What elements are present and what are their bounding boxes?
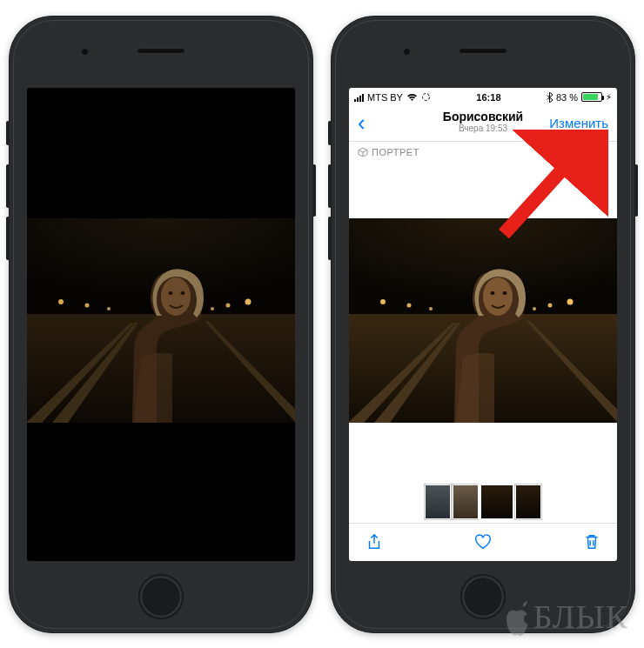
watermark: БЛЫК: [502, 598, 628, 636]
svg-point-24: [548, 303, 553, 307]
trash-icon[interactable]: [582, 532, 601, 551]
watermark-text: БЛЫК: [533, 598, 628, 636]
svg-point-6: [85, 303, 90, 307]
svg-point-12: [169, 291, 173, 295]
fullscreen-photo[interactable]: [27, 218, 295, 423]
portrait-badge: ПОРТРЕТ: [349, 142, 617, 163]
phone-right: MTS BY 16:18 83 % ⚡︎ ‹ Борисовский Вчера…: [331, 16, 635, 633]
battery-icon: [581, 92, 602, 102]
front-camera: [403, 48, 411, 56]
svg-point-27: [491, 291, 495, 295]
screen-right: MTS BY 16:18 83 % ⚡︎ ‹ Борисовский Вчера…: [349, 88, 617, 561]
share-icon[interactable]: [365, 532, 384, 551]
thumbnail[interactable]: [425, 484, 451, 519]
svg-point-8: [245, 298, 252, 304]
cube-icon: [358, 147, 368, 157]
svg-point-10: [211, 307, 214, 311]
svg-point-28: [503, 291, 507, 295]
nav-bar: ‹ Борисовский Вчера 19:53 Изменить: [349, 105, 617, 142]
apple-icon: [502, 601, 532, 636]
comparison-stage: MTS BY 16:18 83 % ⚡︎ ‹ Борисовский Вчера…: [0, 0, 644, 648]
photo-main[interactable]: [349, 218, 617, 423]
bluetooth-icon: [547, 92, 553, 103]
screen-left: [27, 88, 295, 561]
front-camera: [81, 48, 89, 56]
thumbnail-selected[interactable]: [480, 484, 513, 519]
svg-point-25: [533, 307, 536, 311]
status-bar: MTS BY 16:18 83 % ⚡︎: [349, 88, 617, 105]
thumbnail[interactable]: [515, 484, 541, 519]
svg-point-23: [567, 298, 574, 304]
svg-point-11: [161, 277, 191, 316]
clock-label: 16:18: [476, 92, 500, 103]
svg-point-7: [107, 307, 111, 311]
svg-point-20: [380, 299, 386, 304]
signal-icon: [354, 93, 364, 102]
edit-button[interactable]: Изменить: [549, 116, 608, 130]
earpiece: [137, 48, 185, 54]
loading-icon: [421, 92, 431, 102]
wifi-icon: [406, 93, 418, 102]
svg-point-5: [58, 299, 64, 304]
svg-point-14: [422, 94, 429, 101]
svg-point-13: [181, 291, 185, 295]
phone-left: [9, 16, 313, 633]
svg-point-21: [407, 303, 412, 307]
svg-point-9: [226, 303, 231, 307]
portrait-badge-label: ПОРТРЕТ: [372, 147, 419, 157]
carrier-label: MTS BY: [367, 92, 403, 103]
svg-point-22: [429, 307, 433, 311]
charging-icon: ⚡︎: [606, 92, 612, 102]
earpiece: [459, 48, 507, 54]
heart-icon[interactable]: [473, 532, 493, 551]
home-button[interactable]: [138, 574, 184, 619]
battery-pct-label: 83 %: [556, 92, 578, 103]
thumbnail[interactable]: [453, 484, 479, 519]
home-button[interactable]: [460, 574, 506, 619]
back-button[interactable]: ‹: [358, 111, 366, 134]
svg-point-26: [483, 277, 513, 316]
filmstrip[interactable]: [349, 483, 617, 521]
bottom-toolbar: [349, 523, 617, 561]
